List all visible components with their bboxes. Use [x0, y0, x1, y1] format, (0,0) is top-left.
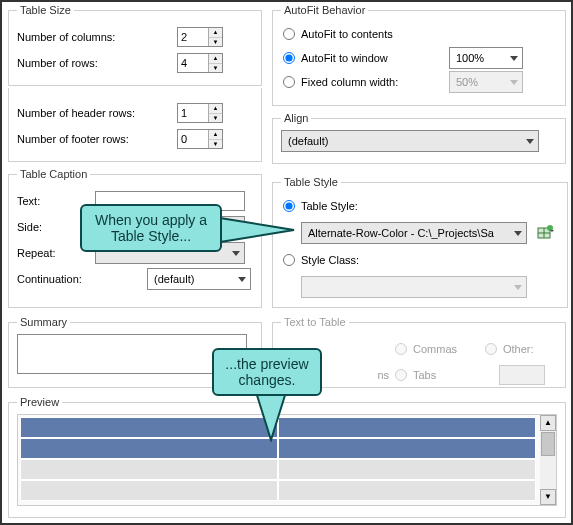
table-style-value: Alternate-Row-Color - C:\_Projects\Sa	[308, 227, 494, 239]
header-rows-label: Number of header rows:	[17, 107, 177, 119]
preview-legend: Preview	[17, 396, 62, 408]
preview-cell	[20, 438, 278, 459]
other-input	[499, 365, 545, 385]
chevron-down-icon	[510, 80, 518, 85]
chevron-down-icon	[514, 231, 522, 236]
rows-label: Number of rows:	[17, 57, 177, 69]
other-radio	[485, 343, 497, 355]
preview-cell	[278, 459, 536, 480]
chevron-down-icon	[514, 285, 522, 290]
preview-cell	[20, 459, 278, 480]
preview-cell	[20, 480, 278, 501]
commas-radio	[395, 343, 407, 355]
align-legend: Align	[281, 112, 311, 124]
header-rows-spinner[interactable]: ▲▼	[177, 103, 223, 123]
rows-spinner[interactable]: ▲▼	[177, 53, 223, 73]
text-to-table-legend: Text to Table	[281, 316, 349, 328]
autofit-legend: AutoFit Behavior	[281, 4, 368, 16]
caption-continuation-combo[interactable]: (default)	[147, 268, 251, 290]
table-style-legend: Table Style	[281, 176, 341, 188]
tabs-radio	[395, 369, 407, 381]
spin-up-icon[interactable]: ▲	[209, 130, 222, 140]
caption-continuation-label: Continuation:	[17, 273, 95, 285]
footer-rows-spinner[interactable]: ▲▼	[177, 129, 223, 149]
scrollbar[interactable]: ▲ ▼	[540, 415, 556, 505]
rows-input[interactable]	[178, 54, 208, 72]
spin-up-icon[interactable]: ▲	[209, 54, 222, 64]
table-size-group-2: Number of header rows: ▲▼ Number of foot…	[8, 88, 262, 162]
table-style-combo[interactable]: Alternate-Row-Color - C:\_Projects\Sa	[301, 222, 527, 244]
columns-input[interactable]	[178, 28, 208, 46]
scroll-thumb[interactable]	[541, 432, 555, 456]
spin-down-icon[interactable]: ▼	[209, 114, 222, 123]
header-rows-input[interactable]	[178, 104, 208, 122]
callout-apply-style: When you apply a Table Style...	[80, 204, 222, 252]
table-style-group: Table Style Table Style: Alternate-Row-C…	[272, 176, 568, 308]
preview-cell	[20, 417, 278, 438]
autofit-contents-label[interactable]: AutoFit to contents	[301, 28, 393, 40]
table-style-radio[interactable]	[283, 200, 295, 212]
preview-cell	[278, 480, 536, 501]
svg-marker-5	[256, 392, 286, 440]
table-style-label[interactable]: Table Style:	[301, 200, 358, 212]
scroll-up-icon[interactable]: ▲	[540, 415, 556, 431]
table-style-action-button[interactable]	[533, 222, 559, 244]
callout-tail-icon	[218, 212, 298, 252]
table-add-icon	[537, 224, 555, 242]
autofit-window-value: 100%	[456, 52, 484, 64]
columns-spinner[interactable]: ▲▼	[177, 27, 223, 47]
commas-label: Commas	[413, 343, 483, 355]
spin-down-icon[interactable]: ▼	[209, 38, 222, 47]
align-group: Align (default)	[272, 112, 566, 164]
callout-preview-changes: ...the preview changes.	[212, 348, 322, 396]
chevron-down-icon	[238, 277, 246, 282]
autofit-window-radio[interactable]	[283, 52, 295, 64]
spin-up-icon[interactable]: ▲	[209, 104, 222, 114]
spin-down-icon[interactable]: ▼	[209, 64, 222, 73]
callout-tail-icon	[252, 390, 292, 442]
autofit-fixed-label[interactable]: Fixed column width:	[301, 76, 431, 88]
columns-label: Number of columns:	[17, 31, 177, 43]
autofit-group: AutoFit Behavior AutoFit to contents Aut…	[272, 4, 566, 106]
autofit-window-label[interactable]: AutoFit to window	[301, 52, 431, 64]
table-size-group: Table Size Number of columns: ▲▼ Number …	[8, 4, 262, 86]
summary-legend: Summary	[17, 316, 70, 328]
autofit-contents-radio[interactable]	[283, 28, 295, 40]
callout-text: When you apply a Table Style...	[95, 212, 207, 244]
preview-cell	[278, 438, 536, 459]
caption-continuation-value: (default)	[154, 273, 194, 285]
style-class-label[interactable]: Style Class:	[301, 254, 359, 266]
autofit-fixed-combo: 50%	[449, 71, 523, 93]
spin-down-icon[interactable]: ▼	[209, 140, 222, 149]
footer-rows-input[interactable]	[178, 130, 208, 148]
style-class-radio[interactable]	[283, 254, 295, 266]
footer-rows-label: Number of footer rows:	[17, 133, 177, 145]
chevron-down-icon	[510, 56, 518, 61]
autofit-window-combo[interactable]: 100%	[449, 47, 523, 69]
scroll-down-icon[interactable]: ▼	[540, 489, 556, 505]
tabs-label: Tabs	[413, 369, 483, 381]
table-size-legend: Table Size	[17, 4, 74, 16]
style-class-combo	[301, 276, 527, 298]
svg-marker-4	[220, 218, 294, 242]
preview-cell	[278, 417, 536, 438]
spin-up-icon[interactable]: ▲	[209, 28, 222, 38]
autofit-fixed-radio[interactable]	[283, 76, 295, 88]
chevron-down-icon	[526, 139, 534, 144]
align-combo[interactable]: (default)	[281, 130, 539, 152]
autofit-fixed-value: 50%	[456, 76, 478, 88]
align-value: (default)	[288, 135, 328, 147]
other-label: Other:	[503, 343, 534, 355]
caption-legend: Table Caption	[17, 168, 90, 180]
callout-text: ...the preview changes.	[225, 356, 308, 388]
